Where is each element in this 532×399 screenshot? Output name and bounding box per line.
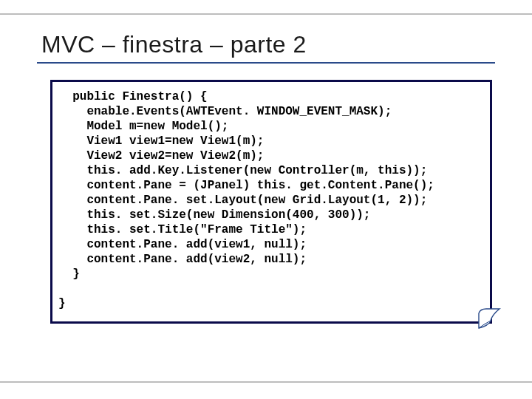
top-divider bbox=[0, 13, 532, 15]
slide-title: MVC – finestra – parte 2 bbox=[41, 31, 307, 58]
code-content: public Finestra() { enable.Events(AWTEve… bbox=[58, 89, 484, 311]
title-underline bbox=[37, 62, 495, 64]
code-box: public Finestra() { enable.Events(AWTEve… bbox=[50, 80, 492, 324]
bottom-divider bbox=[0, 381, 532, 383]
slide: MVC – finestra – parte 2 public Finestra… bbox=[0, 0, 532, 399]
page-curl-icon bbox=[477, 307, 502, 330]
